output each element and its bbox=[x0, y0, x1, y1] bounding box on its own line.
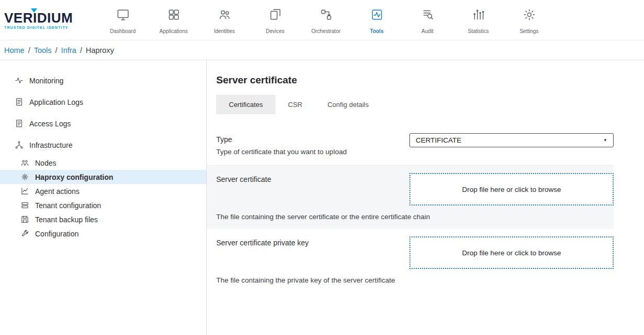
nav-label: Identities bbox=[214, 28, 235, 34]
access-logs-icon bbox=[14, 119, 24, 128]
server-certificate-help: The file containing the server certifica… bbox=[216, 213, 614, 221]
identities-icon bbox=[218, 8, 231, 24]
nodes-icon bbox=[20, 158, 29, 167]
private-key-dropzone[interactable]: Drop file here or click to browse bbox=[409, 236, 614, 269]
sidebar-item-application-logs[interactable]: Application Logs bbox=[0, 91, 206, 113]
private-key-help: The file containing the private key of t… bbox=[216, 276, 614, 284]
sidebar-item-configuration[interactable]: Configuration bbox=[0, 226, 206, 241]
tab-config-details[interactable]: Config details bbox=[315, 95, 381, 114]
tenant-config-icon bbox=[20, 201, 29, 210]
sidebar-item-infrastructure[interactable]: Infrastructure bbox=[0, 134, 206, 156]
sidebar-item-label: Tenant configuration bbox=[35, 201, 101, 210]
nav-label: Audit bbox=[421, 28, 434, 34]
application-logs-icon bbox=[14, 98, 24, 106]
logo-text: VERIDIUM bbox=[4, 11, 83, 25]
sidebar-item-label: Haproxy configuration bbox=[35, 173, 113, 181]
haproxy-icon bbox=[20, 172, 29, 181]
nav-label: Devices bbox=[266, 28, 285, 34]
breadcrumb-tools[interactable]: Tools bbox=[34, 46, 52, 55]
chevron-down-icon: ▼ bbox=[603, 138, 607, 143]
audit-icon bbox=[421, 8, 435, 24]
tenant-backup-icon bbox=[20, 215, 29, 224]
agent-actions-icon bbox=[20, 187, 29, 196]
sidebar-item-monitoring[interactable]: Monitoring bbox=[0, 70, 206, 91]
sidebar-item-haproxy-configuration[interactable]: Haproxy configuration bbox=[0, 170, 206, 184]
veridium-logo[interactable]: VERIDIUM TRUSTED DIGITAL IDENTITY bbox=[4, 11, 83, 29]
nav-item-settings[interactable]: Settings bbox=[504, 6, 554, 34]
tab-csr[interactable]: CSR bbox=[275, 95, 315, 114]
nav-label: Dashboard bbox=[110, 28, 136, 34]
dashboard-icon bbox=[116, 8, 130, 24]
sidebar-item-tenant-configuration[interactable]: Tenant configuration bbox=[0, 198, 206, 212]
nav-label: Settings bbox=[519, 28, 538, 34]
breadcrumb-separator: / bbox=[28, 46, 30, 55]
nav-item-statistics[interactable]: Statistics bbox=[453, 6, 504, 34]
logo-caret-icon bbox=[31, 8, 37, 13]
nav-item-identities[interactable]: Identities bbox=[199, 6, 250, 34]
private-key-label: Server certificate private key bbox=[216, 236, 397, 247]
tab-certificates[interactable]: Certificates bbox=[216, 95, 275, 114]
type-section: Type Type of certificate that you want t… bbox=[216, 126, 614, 165]
configuration-icon bbox=[20, 229, 29, 238]
applications-icon bbox=[167, 8, 181, 24]
dropzone-text: Drop file here or click to browse bbox=[462, 186, 561, 193]
top-navigation: Dashboard Applications Identities Device… bbox=[97, 6, 554, 34]
type-help: Type of certificate that you want to upl… bbox=[216, 148, 397, 156]
tab-bar: Certificates CSR Config details bbox=[216, 95, 614, 114]
logo-tagline: TRUSTED DIGITAL IDENTITY bbox=[4, 26, 83, 29]
sidebar-item-label: Nodes bbox=[35, 159, 56, 167]
nav-item-dashboard[interactable]: Dashboard bbox=[97, 6, 148, 34]
orchestrator-icon bbox=[319, 8, 333, 24]
type-label: Type bbox=[216, 133, 397, 144]
server-certificate-section: Server certificate Drop file here or cli… bbox=[207, 165, 614, 229]
nav-label: Applications bbox=[160, 28, 188, 34]
dropzone-text: Drop file here or click to browse bbox=[462, 249, 561, 257]
nav-label: Tools bbox=[370, 28, 384, 34]
sidebar-item-label: Configuration bbox=[35, 230, 79, 238]
breadcrumb: Home / Tools / Infra / Haproxy bbox=[0, 40, 644, 60]
nav-label: Orchestrator bbox=[312, 28, 341, 34]
breadcrumb-separator: / bbox=[55, 46, 58, 55]
sidebar-item-nodes[interactable]: Nodes bbox=[0, 156, 206, 170]
devices-icon bbox=[269, 8, 282, 24]
sidebar-item-label: Infrastructure bbox=[29, 141, 72, 149]
infrastructure-icon bbox=[14, 141, 24, 149]
nav-item-orchestrator[interactable]: Orchestrator bbox=[301, 6, 351, 34]
breadcrumb-home[interactable]: Home bbox=[4, 46, 25, 55]
breadcrumb-infra[interactable]: Infra bbox=[61, 46, 76, 55]
private-key-section: Server certificate private key Drop file… bbox=[216, 229, 614, 294]
monitoring-icon bbox=[14, 76, 24, 85]
nav-item-tools[interactable]: Tools bbox=[351, 6, 402, 34]
sidebar-item-label: Application Logs bbox=[29, 98, 83, 106]
server-certificate-label: Server certificate bbox=[216, 173, 397, 183]
top-bar: VERIDIUM TRUSTED DIGITAL IDENTITY Dashbo… bbox=[0, 0, 644, 40]
sidebar-item-label: Monitoring bbox=[29, 77, 63, 85]
tools-icon bbox=[370, 8, 384, 24]
settings-icon bbox=[523, 8, 536, 24]
nav-item-applications[interactable]: Applications bbox=[148, 6, 199, 34]
sidebar-item-access-logs[interactable]: Access Logs bbox=[0, 113, 206, 134]
page-title: Server certificate bbox=[216, 74, 614, 86]
sidebar-item-agent-actions[interactable]: Agent actions bbox=[0, 184, 206, 198]
sidebar-item-tenant-backup-files[interactable]: Tenant backup files bbox=[0, 212, 206, 226]
server-certificate-dropzone[interactable]: Drop file here or click to browse bbox=[409, 173, 614, 206]
statistics-icon bbox=[472, 8, 485, 24]
breadcrumb-separator: / bbox=[80, 46, 82, 55]
breadcrumb-current: Haproxy bbox=[86, 46, 114, 55]
certificate-form: Type Type of certificate that you want t… bbox=[216, 126, 614, 294]
type-select[interactable]: CERTIFICATE ▼ bbox=[409, 133, 614, 147]
sidebar-item-label: Access Logs bbox=[29, 120, 71, 128]
nav-item-devices[interactable]: Devices bbox=[250, 6, 301, 34]
sidebar-item-label: Tenant backup files bbox=[35, 215, 98, 224]
sidebar-item-label: Agent actions bbox=[35, 187, 80, 196]
main-content: Server certificate Certificates CSR Conf… bbox=[207, 60, 644, 335]
nav-label: Statistics bbox=[468, 28, 488, 34]
sidebar: Monitoring Application Logs Access Logs … bbox=[0, 60, 207, 335]
nav-item-audit[interactable]: Audit bbox=[402, 6, 453, 34]
type-select-value: CERTIFICATE bbox=[416, 136, 461, 144]
